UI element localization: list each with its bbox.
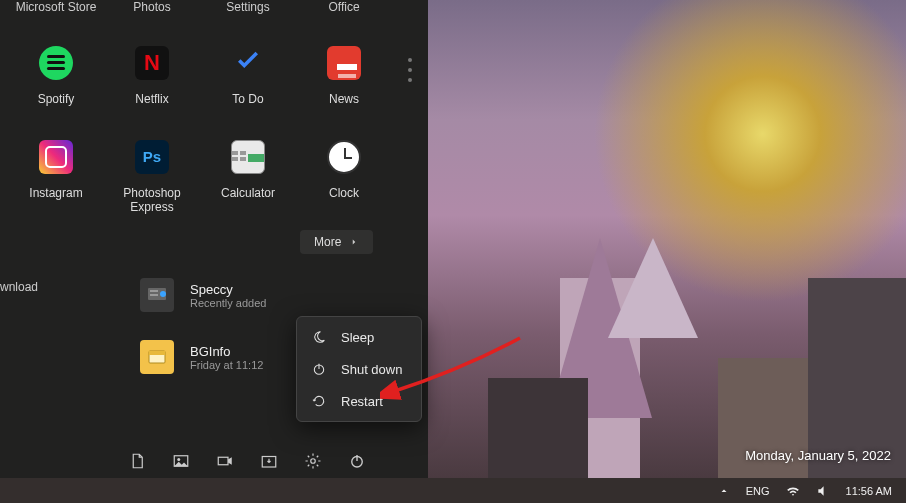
power-sleep[interactable]: Sleep [297,321,421,353]
power-off-icon [311,361,327,377]
truncated-label: wnload [0,280,38,294]
netflix-icon: N [135,46,169,80]
more-button[interactable]: More [300,230,373,254]
app-photos[interactable]: Photos [104,0,200,30]
system-tray: ENG 11:56 AM [718,484,906,498]
overlay-date-text: Monday, January 5, 2022 [745,448,891,463]
app-news[interactable]: News [296,30,392,124]
desktop-wallpaper: Monday, January 5, 2022 [428,0,906,478]
svg-rect-2 [150,290,158,292]
news-icon [327,46,361,80]
chevron-right-icon [349,237,359,247]
instagram-icon [39,140,73,174]
app-clock[interactable]: Clock [296,124,392,218]
svg-rect-5 [149,351,165,355]
bginfo-icon [140,340,174,374]
wallpaper-shape [488,378,588,478]
speccy-icon [140,278,174,312]
shutdown-label: Shut down [341,362,402,377]
language-indicator[interactable]: ENG [746,485,770,497]
app-microsoft-store[interactable]: Microsoft Store [8,0,104,30]
pinned-apps: Microsoft Store Photos Settings Office S… [0,0,428,218]
taskbar[interactable]: ENG 11:56 AM [0,478,906,503]
photoshop-icon: Ps [135,140,169,174]
todo-icon [231,46,265,80]
recent-title: Speccy [190,282,266,297]
recent-item-speccy[interactable]: Speccy Recently added [0,272,428,318]
power-icon[interactable] [348,452,366,470]
app-photoshop-express[interactable]: Ps Photoshop Express [104,124,200,218]
svg-point-10 [311,459,316,464]
restart-icon [311,393,327,409]
clock-time[interactable]: 11:56 AM [846,485,892,497]
chevron-up-icon[interactable] [718,485,730,497]
start-menu: Microsoft Store Photos Settings Office S… [0,0,428,478]
app-office[interactable]: Office [296,0,392,30]
more-label: More [314,235,341,249]
documents-icon[interactable] [128,452,146,470]
app-spotify[interactable]: Spotify [8,30,104,124]
power-shutdown[interactable]: Shut down [297,353,421,385]
app-calculator[interactable]: Calculator [200,124,296,218]
desktop-date-overlay: Monday, January 5, 2022 [745,448,891,463]
svg-point-7 [177,458,180,461]
downloads-icon[interactable] [260,452,278,470]
volume-icon[interactable] [816,484,830,498]
wifi-icon[interactable] [786,484,800,498]
clock-icon [327,140,361,174]
recent-subtitle: Recently added [190,297,266,309]
calculator-icon [231,140,265,174]
app-settings[interactable]: Settings [200,0,296,30]
videos-icon[interactable] [216,452,234,470]
spotify-icon [39,46,73,80]
recent-subtitle: Friday at 11:12 [190,359,263,371]
app-netflix[interactable]: N Netflix [104,30,200,124]
app-todo[interactable]: To Do [200,30,296,124]
sleep-label: Sleep [341,330,374,345]
svg-rect-8 [218,457,228,465]
svg-rect-3 [150,294,158,296]
svg-point-1 [160,291,166,297]
recent-title: BGInfo [190,344,263,359]
scroll-indicator[interactable] [408,58,412,82]
power-menu: Sleep Shut down Restart [296,316,422,422]
start-bottom-toolbar [128,452,366,470]
pictures-icon[interactable] [172,452,190,470]
restart-label: Restart [341,394,383,409]
power-restart[interactable]: Restart [297,385,421,417]
moon-icon [311,329,327,345]
settings-gear-icon[interactable] [304,452,322,470]
app-instagram[interactable]: Instagram [8,124,104,218]
wallpaper-shape [608,238,698,338]
